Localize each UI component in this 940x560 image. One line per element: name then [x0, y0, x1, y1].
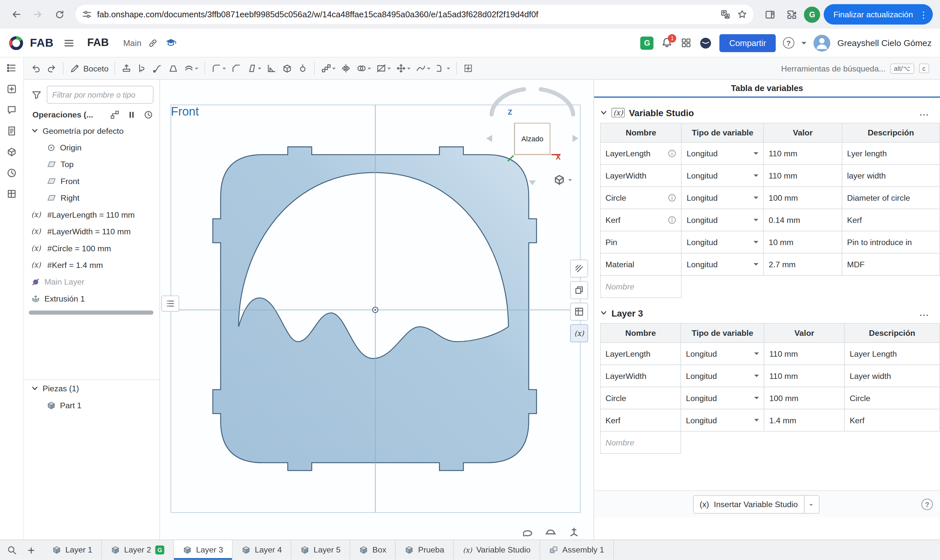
- variable-type-dropdown[interactable]: Longitud: [682, 231, 763, 253]
- variable-name-cell[interactable]: Kerf: [600, 209, 682, 231]
- surface-button[interactable]: [414, 60, 432, 77]
- variable-description-cell[interactable]: MDF: [842, 253, 940, 275]
- variable-type-dropdown[interactable]: Longitud: [682, 253, 763, 275]
- features-flyout-handle[interactable]: [161, 296, 179, 312]
- tab-layer-2[interactable]: Layer 2G: [102, 540, 174, 560]
- redo-button[interactable]: [45, 60, 59, 77]
- variable-name-cell[interactable]: Kerf: [600, 409, 680, 431]
- model-viewport[interactable]: Front Alzado Z X (x): [160, 80, 593, 540]
- split-button[interactable]: [374, 60, 393, 77]
- transform-button[interactable]: [394, 60, 412, 77]
- tree-item-right[interactable]: Right: [24, 189, 159, 206]
- mirror-button[interactable]: [339, 60, 353, 77]
- rail-comments-button[interactable]: [6, 105, 17, 116]
- dropdown-caret-icon[interactable]: [407, 68, 411, 71]
- new-variable-name-cell[interactable]: Nombre: [600, 275, 682, 298]
- insert-variable-studio-button[interactable]: (x) Insertar Variable Studio: [693, 495, 819, 514]
- browser-profile-avatar[interactable]: G: [804, 6, 820, 23]
- search-tools[interactable]: Herramientas de búsqueda... alt/⌥ c: [781, 63, 935, 74]
- add-tab-button[interactable]: +: [23, 542, 40, 558]
- tree-item-main-layer[interactable]: Main Layer: [24, 274, 159, 290]
- rail-history-button[interactable]: [6, 167, 17, 178]
- tree-item-part-1[interactable]: Part 1: [24, 397, 159, 414]
- tree-item-piezas-1[interactable]: Piezas (1): [24, 380, 159, 397]
- variable-description-cell[interactable]: Pin to introduce in: [842, 231, 940, 253]
- variable-name-cell[interactable]: LayerLength: [600, 343, 680, 365]
- notifications-button[interactable]: 1: [661, 37, 674, 49]
- shell-button[interactable]: [280, 60, 294, 77]
- rollback-diagram-button[interactable]: [110, 110, 120, 120]
- browser-back-button[interactable]: [7, 6, 25, 23]
- panel-help-button[interactable]: ?: [922, 499, 933, 511]
- extrude-button[interactable]: [120, 60, 134, 77]
- help-button[interactable]: ?: [783, 37, 794, 49]
- section-menu-button[interactable]: ...: [920, 308, 934, 317]
- variable-value-cell[interactable]: 100 mm: [763, 187, 842, 209]
- tree-item-kerf-1-4-mm[interactable]: (x)#Kerf = 1.4 mm: [24, 257, 159, 273]
- share-button[interactable]: Compartir: [720, 34, 776, 52]
- variable-description-cell[interactable]: Layer width: [845, 365, 940, 387]
- variable-value-cell[interactable]: 10 mm: [763, 231, 842, 253]
- section-header-layer-3[interactable]: Layer 3...: [594, 303, 940, 323]
- variable-description-cell[interactable]: Kerf: [842, 209, 940, 231]
- tab-prueba[interactable]: Prueba: [396, 540, 454, 560]
- dropdown-caret-icon[interactable]: [195, 68, 198, 71]
- orbit-view-button[interactable]: [521, 525, 535, 539]
- dropdown-caret-icon[interactable]: [754, 174, 758, 179]
- custom-tables-panel-button[interactable]: [570, 303, 588, 321]
- tree-item-front[interactable]: Front: [24, 172, 159, 189]
- rail-insert-button[interactable]: [6, 83, 17, 95]
- mate-connector-button[interactable]: [461, 60, 475, 77]
- section-menu-button[interactable]: ...: [920, 108, 934, 117]
- tree-item-circle-100-mm[interactable]: (x)#Circle = 100 mm: [24, 240, 159, 257]
- variable-description-cell[interactable]: Lyer length: [842, 142, 940, 165]
- view-cube-face[interactable]: Alzado: [514, 123, 550, 155]
- turntable-button[interactable]: [545, 525, 559, 539]
- presence-chip[interactable]: G: [640, 36, 654, 49]
- variable-description-cell[interactable]: Circle: [845, 387, 940, 409]
- translate-icon[interactable]: [720, 9, 731, 20]
- variable-type-dropdown[interactable]: Longitud: [682, 187, 763, 209]
- appearance-panel-button[interactable]: [570, 260, 588, 277]
- variable-name-cell[interactable]: Circle: [600, 387, 680, 409]
- variable-description-cell[interactable]: Kerf: [845, 409, 940, 431]
- tree-horizontal-scrollbar[interactable]: [29, 310, 154, 315]
- variable-name-cell[interactable]: Circle: [600, 187, 682, 209]
- finalize-update-button[interactable]: Finalizar actualización ⋮: [824, 4, 933, 25]
- variable-type-dropdown[interactable]: Longitud: [682, 142, 763, 165]
- apps-grid-icon[interactable]: [680, 37, 692, 49]
- sheet-metal-button[interactable]: [434, 60, 452, 77]
- variable-type-dropdown[interactable]: Longitud: [681, 343, 764, 365]
- hole-button[interactable]: [296, 60, 310, 77]
- undo-button[interactable]: [29, 60, 43, 77]
- variable-name-cell[interactable]: LayerLength: [600, 142, 682, 165]
- draft-button[interactable]: [245, 60, 263, 77]
- rail-parts-button[interactable]: [6, 146, 17, 158]
- dropdown-caret-icon[interactable]: [754, 397, 759, 402]
- address-bar[interactable]: fab.onshape.com/documents/3ffb0871eebf99…: [75, 5, 754, 24]
- variable-name-cell[interactable]: LayerWidth: [600, 165, 682, 187]
- user-avatar[interactable]: [813, 35, 830, 51]
- variable-type-dropdown[interactable]: Longitud: [682, 209, 763, 231]
- education-cap-icon[interactable]: [164, 37, 177, 48]
- variables-panel-button[interactable]: (x): [570, 325, 588, 342]
- section-header-variable-studio[interactable]: (x)Variable Studio...: [594, 103, 940, 123]
- fillet-button[interactable]: [209, 60, 228, 77]
- tab-variable-studio[interactable]: (x)Variable Studio: [454, 540, 540, 560]
- extensions-icon[interactable]: [782, 6, 800, 23]
- dropdown-caret-icon[interactable]: [754, 197, 758, 202]
- dropdown-caret-icon[interactable]: [754, 241, 758, 246]
- variable-type-dropdown[interactable]: Longitud: [681, 409, 764, 431]
- view-options-button[interactable]: [552, 171, 580, 189]
- tree-item-geometr-a-por-defecto[interactable]: Geometría por defecto: [24, 122, 159, 139]
- onshape-globe-icon[interactable]: [699, 36, 712, 49]
- variable-type-dropdown[interactable]: Longitud: [682, 165, 763, 187]
- boolean-button[interactable]: [354, 60, 373, 77]
- variable-value-cell[interactable]: 0.14 mm: [763, 209, 842, 231]
- tab-box[interactable]: Box: [350, 540, 396, 560]
- tab-layer-3[interactable]: Layer 3: [174, 540, 233, 560]
- tree-item-extrusi-n-1[interactable]: Extrusión 1: [24, 290, 159, 307]
- variable-name-cell[interactable]: Pin: [600, 231, 682, 253]
- tab-assembly-1[interactable]: Assembly 1: [540, 540, 614, 560]
- tab-layer-5[interactable]: Layer 5: [291, 540, 350, 560]
